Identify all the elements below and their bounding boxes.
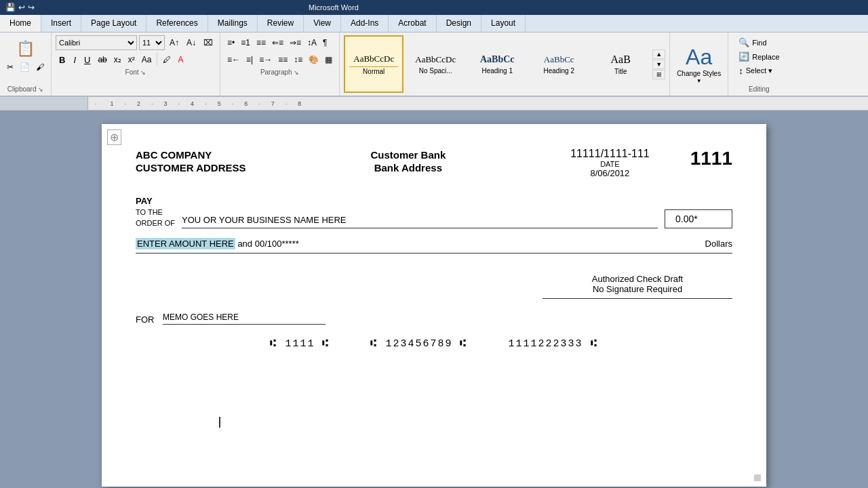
- resize-handle[interactable]: [754, 474, 761, 481]
- sort-btn[interactable]: ↕A: [304, 35, 319, 50]
- payee-line[interactable]: YOU OR YOUR BUSINESS NAME HERE: [182, 215, 658, 228]
- tab-mailings[interactable]: Mailings: [208, 15, 258, 32]
- paragraph-group-label: Paragraph ↘: [224, 68, 335, 76]
- style-heading1[interactable]: AaBbCc Heading 1: [467, 35, 527, 93]
- move-handle[interactable]: ⊕: [107, 129, 121, 145]
- memo-line[interactable]: MEMO GOES HERE: [163, 312, 326, 325]
- align-right-btn[interactable]: ≡→: [256, 52, 275, 67]
- tab-home[interactable]: Home: [0, 15, 41, 32]
- subscript-btn[interactable]: x₂: [111, 52, 124, 67]
- bullet-list-btn[interactable]: ≡•: [224, 35, 237, 50]
- editing-group-label: Editing: [734, 85, 784, 93]
- shading-btn[interactable]: 🎨: [306, 52, 321, 67]
- superscript-btn[interactable]: x²: [125, 52, 138, 67]
- dollars-label: Dollars: [705, 239, 732, 249]
- styles-down-btn[interactable]: ▼: [652, 60, 665, 69]
- clear-format-btn[interactable]: ⌧: [201, 35, 216, 50]
- micr-middle: ⑆ 123456789 ⑆: [370, 338, 467, 350]
- amount-highlighted: ENTER AMOUNT HERE: [136, 238, 235, 249]
- for-label: FOR: [136, 314, 156, 325]
- style-normal[interactable]: AaBbCcDc Normal: [344, 35, 403, 93]
- multilevel-list-btn[interactable]: ≡≡: [254, 35, 269, 50]
- align-left-btn[interactable]: ≡←: [224, 52, 243, 67]
- date-label: DATE: [570, 160, 650, 168]
- company-name: ABC COMPANY: [136, 148, 246, 162]
- select-icon: ↕: [738, 66, 743, 76]
- undo-icon[interactable]: ↩: [18, 3, 25, 12]
- numbered-list-btn[interactable]: ≡1: [238, 35, 253, 50]
- amount-words[interactable]: ENTER AMOUNT HERE and 00/100*****: [136, 239, 698, 249]
- font-grow-btn[interactable]: A↑: [167, 35, 182, 50]
- pay-label: PAY TO THE ORDER OF: [136, 195, 175, 228]
- micr-right: 1111222333 ⑆: [509, 338, 598, 350]
- save-icon[interactable]: 💾: [5, 3, 16, 12]
- title-bar-text: Microsoft Word: [309, 3, 359, 12]
- select-btn[interactable]: ↕ Select ▾: [734, 64, 784, 78]
- paste-btn[interactable]: 📋: [4, 38, 47, 60]
- replace-btn[interactable]: 🔄 Replace: [734, 49, 784, 64]
- authorized-line2: No Signature Required: [542, 284, 732, 294]
- company-address: CUSTOMER ADDRESS: [136, 162, 246, 174]
- copy-btn[interactable]: 📄: [17, 61, 33, 73]
- strikethrough-btn[interactable]: ab: [95, 52, 109, 67]
- tab-insert[interactable]: Insert: [41, 15, 81, 32]
- line-spacing-btn[interactable]: ↕≡: [291, 52, 305, 67]
- font-group-label: Font ↘: [56, 68, 216, 76]
- routing-number: 11111/1111-111: [570, 148, 650, 160]
- authorized-section: Authorized Check Draft No Signature Requ…: [542, 274, 732, 299]
- format-painter-btn[interactable]: 🖌: [33, 61, 47, 73]
- styles-up-btn[interactable]: ▲: [652, 49, 665, 59]
- bank-address: Bank Address: [370, 162, 446, 174]
- micr-left: ⑆ 1111 ⑆: [270, 338, 330, 350]
- tab-layout[interactable]: Layout: [481, 15, 526, 32]
- ruler: · 1 · 2 · 3 · 4 · 5 · 6 · 7 · 8: [88, 100, 868, 107]
- font-case-btn[interactable]: Aa: [139, 52, 155, 67]
- change-styles-icon: Aa: [686, 45, 712, 70]
- tab-view[interactable]: View: [304, 15, 341, 32]
- font-color-btn[interactable]: A: [175, 52, 186, 67]
- authorized-line1: Authorized Check Draft: [542, 274, 732, 284]
- change-styles-label: Change Styles: [677, 70, 721, 78]
- tab-references[interactable]: References: [146, 15, 208, 32]
- styles-more-btn[interactable]: ⊞: [652, 70, 665, 79]
- tab-acrobat[interactable]: Acrobat: [389, 15, 436, 32]
- find-btn[interactable]: 🔍 Find: [734, 35, 784, 49]
- replace-icon: 🔄: [738, 52, 749, 62]
- decrease-indent-btn[interactable]: ⇐≡: [269, 35, 286, 50]
- font-shrink-btn[interactable]: A↓: [184, 35, 199, 50]
- date-value: 8/06/2012: [570, 168, 650, 178]
- tab-design[interactable]: Design: [437, 15, 481, 32]
- italic-btn[interactable]: I: [70, 52, 79, 67]
- check-document: ⊕ ABC COMPANY CUSTOMER ADDRESS Customer …: [102, 124, 766, 487]
- highlight-btn[interactable]: 🖊: [160, 52, 174, 67]
- amount-box[interactable]: 0.00*: [665, 209, 732, 228]
- align-center-btn[interactable]: ≡|: [243, 52, 256, 67]
- find-icon: 🔍: [738, 37, 749, 47]
- cut-btn[interactable]: ✂: [4, 61, 16, 73]
- tab-addins[interactable]: Add-Ins: [341, 15, 389, 32]
- increase-indent-btn[interactable]: ⇒≡: [287, 35, 304, 50]
- style-no-spacing[interactable]: AaBbCcDc No Spaci...: [406, 35, 465, 93]
- tab-page-layout[interactable]: Page Layout: [81, 15, 146, 32]
- clipboard-group: 📋 ✂ 📄 🖌: [4, 38, 47, 73]
- font-name-select[interactable]: Calibri: [56, 35, 137, 50]
- borders-btn[interactable]: ▦: [322, 52, 335, 67]
- check-number: 1111: [690, 148, 732, 169]
- font-size-select[interactable]: 11: [139, 35, 165, 50]
- show-marks-btn[interactable]: ¶: [320, 35, 330, 50]
- micr-line: ⑆ 1111 ⑆ ⑆ 123456789 ⑆ 1111222333 ⑆: [136, 338, 732, 350]
- redo-icon[interactable]: ↪: [28, 3, 35, 12]
- change-styles-btn[interactable]: Aa Change Styles ▼: [670, 33, 728, 96]
- text-cursor: [219, 417, 220, 428]
- tab-review[interactable]: Review: [258, 15, 304, 32]
- clipboard-label: Clipboard ↘: [4, 85, 47, 93]
- bold-btn[interactable]: B: [56, 52, 68, 67]
- amount-rest: and 00/100*****: [235, 239, 299, 249]
- style-heading2[interactable]: AaBbCc Heading 2: [529, 35, 589, 93]
- bank-name: Customer Bank: [370, 148, 446, 162]
- justify-btn[interactable]: ≡≡: [275, 52, 290, 67]
- underline-btn[interactable]: U: [81, 52, 94, 67]
- style-title[interactable]: AaB Title: [591, 35, 650, 93]
